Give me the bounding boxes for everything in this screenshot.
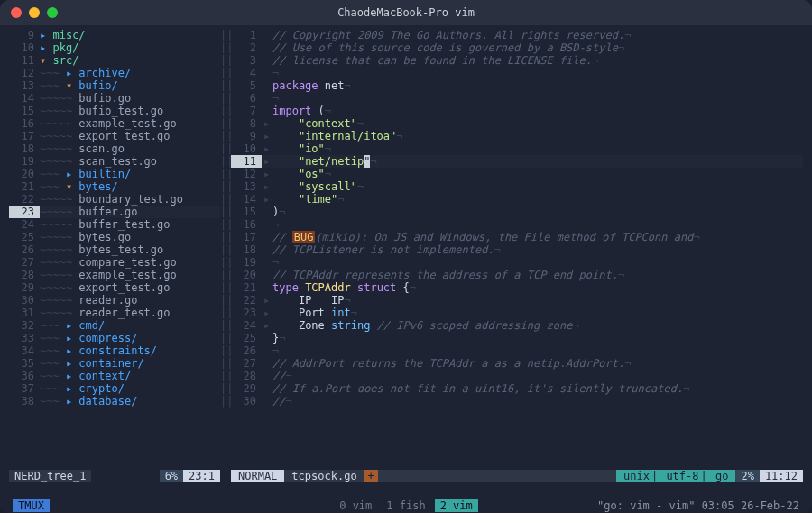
代码文本: Zone string // IPv6 scoped addressing zo… (272, 319, 803, 332)
tree-file[interactable]: 23~~~~~ buffer.go (9, 206, 220, 218)
tree-file[interactable]: 31~~~~~ reader_test.go (9, 307, 220, 319)
tree-dir[interactable]: 34~~~ ▸ constraints/ (9, 344, 220, 357)
行号: 31 (9, 307, 40, 319)
tree-file[interactable]: 15~~~~~ bufio_test.go (9, 105, 220, 117)
代码行[interactable]: 19 ¬ (231, 256, 803, 269)
tree-dir[interactable]: 20~~~ ▸ builtin/ (9, 168, 220, 180)
代码行[interactable]: 21 type TCPAddr struct {¬ (231, 281, 803, 294)
代码行[interactable]: 29 // If a.Port does not fit in a uint16… (231, 382, 803, 395)
tree-file[interactable]: 27~~~~~ compare_test.go (9, 256, 220, 269)
代码行[interactable]: 13▸ "syscall"¬ (231, 180, 803, 193)
行号: 10 (9, 41, 40, 54)
代码文本: // BUG(mikio): On JS and Windows, the Fi… (272, 231, 803, 243)
行号: 23 (9, 206, 40, 218)
行号: 18 (231, 243, 262, 256)
tree-file[interactable]: 18~~~~~ scan.go (9, 142, 220, 155)
代码行[interactable]: 2 // Use of this source code is governed… (231, 41, 803, 54)
tree-dir[interactable]: 13~~~ ▾ bufio/ (9, 79, 220, 92)
窗口: ChaodeMacBook-Pro vim 9▸ misc/10▸ pkg/11… (0, 0, 812, 513)
折叠标记 (262, 92, 272, 105)
代码行[interactable]: 14▸ "time"¬ (231, 193, 803, 206)
tree-dir[interactable]: 36~~~ ▸ context/ (9, 370, 220, 382)
tree-dir[interactable]: 35~~~ ▸ container/ (9, 357, 220, 370)
代码行[interactable]: 10▸ "io"¬ (231, 142, 803, 155)
代码行[interactable]: 9▸ "internal/itoa"¬ (231, 130, 803, 142)
tree-file[interactable]: 19~~~~~ scan_test.go (9, 155, 220, 168)
tree-file[interactable]: 17~~~~~ export_test.go (9, 130, 220, 142)
tmux窗口[interactable]: 2 vim (435, 499, 478, 512)
折叠标记: ▸ (262, 319, 272, 332)
代码文本: )¬ (272, 206, 803, 218)
代码文本: ¬ (272, 67, 803, 79)
代码行[interactable]: 27 // AddrPort returns the TCPAddr a as … (231, 357, 803, 370)
代码行[interactable]: 16 ¬ (231, 218, 803, 231)
tree-dir[interactable]: 9▸ misc/ (9, 29, 220, 41)
代码文本: "time"¬ (272, 193, 803, 206)
代码行[interactable]: 11▸ "net/netip"¬ (231, 155, 803, 168)
行号: 12 (9, 67, 40, 79)
代码行[interactable]: 6 ¬ (231, 92, 803, 105)
tree-dir[interactable]: 10▸ pkg/ (9, 41, 220, 54)
代码行[interactable]: 25 }¬ (231, 332, 803, 344)
tree-file[interactable]: 30~~~~~ reader.go (9, 294, 220, 307)
nerdtree状态百分比: 6% (160, 470, 183, 482)
tree-file[interactable]: 28~~~~~ example_test.go (9, 269, 220, 281)
行号: 24 (9, 218, 40, 231)
tree-file[interactable]: 22~~~~~ boundary_test.go (9, 193, 220, 206)
行号: 27 (9, 256, 40, 269)
行号: 36 (9, 370, 40, 382)
折叠标记 (262, 370, 272, 382)
代码行[interactable]: 1 // Copyright 2009 The Go Authors. All … (231, 29, 803, 41)
代码行[interactable]: 28 //¬ (231, 370, 803, 382)
代码行[interactable]: 15 )¬ (231, 206, 803, 218)
行号: 6 (231, 92, 262, 105)
tree-dir[interactable]: 21~~~ ▾ bytes/ (9, 180, 220, 193)
nerdtree面板[interactable]: 9▸ misc/10▸ pkg/11▾ src/12~~~ ▸ archive/… (9, 29, 220, 470)
代码行[interactable]: 24▸ Zone string // IPv6 scoped addressin… (231, 319, 803, 332)
tree-file[interactable]: 29~~~~~ export_test.go (9, 281, 220, 294)
tree-file[interactable]: 16~~~~~ example_test.go (9, 117, 220, 130)
代码行[interactable]: 4 ¬ (231, 67, 803, 79)
tree-dir[interactable]: 37~~~ ▸ crypto/ (9, 382, 220, 395)
tmux窗口[interactable]: 1 fish (381, 499, 430, 512)
代码行[interactable]: 23▸ Port int¬ (231, 307, 803, 319)
折叠标记 (262, 105, 272, 117)
vim模式: NORMAL (231, 470, 284, 482)
代码行[interactable]: 17 // BUG(mikio): On JS and Windows, the… (231, 231, 803, 243)
代码行[interactable]: 30 //¬ (231, 395, 803, 408)
tree-label: ~~~ ▸ cmd/ (40, 319, 105, 332)
tree-file[interactable]: 26~~~~~ bytes_test.go (9, 243, 220, 256)
折叠标记 (262, 281, 272, 294)
代码文本: }¬ (272, 332, 803, 344)
代码行[interactable]: 3 // license that can be found in the LI… (231, 54, 803, 67)
tree-dir[interactable]: 12~~~ ▸ archive/ (9, 67, 220, 79)
代码文本: // license that can be found in the LICE… (272, 54, 803, 67)
行号: 26 (231, 344, 262, 357)
代码行[interactable]: 12▸ "os"¬ (231, 168, 803, 180)
折叠标记: ▸ (262, 130, 272, 142)
tree-dir[interactable]: 38~~~ ▸ database/ (9, 395, 220, 408)
tree-label: ~~~~~ scan_test.go (40, 155, 157, 168)
代码行[interactable]: 20 // TCPAddr represents the address of … (231, 269, 803, 281)
终端[interactable]: 9▸ misc/10▸ pkg/11▾ src/12~~~ ▸ archive/… (0, 25, 812, 513)
tree-dir[interactable]: 33~~~ ▸ compress/ (9, 332, 220, 344)
代码行[interactable]: 18 // TCPListener is not implemented.¬ (231, 243, 803, 256)
折叠标记 (262, 67, 272, 79)
折叠标记 (262, 269, 272, 281)
代码行[interactable]: 26 ¬ (231, 344, 803, 357)
代码文本: package net¬ (272, 79, 803, 92)
行号: 38 (9, 395, 40, 408)
代码行[interactable]: 7 import (¬ (231, 105, 803, 117)
编辑器面板[interactable]: 1 // Copyright 2009 The Go Authors. All … (231, 29, 803, 470)
tree-file[interactable]: 24~~~~~ buffer_test.go (9, 218, 220, 231)
行号: 25 (9, 231, 40, 243)
代码行[interactable]: 8▸ "context"¬ (231, 117, 803, 130)
tree-dir[interactable]: 32~~~ ▸ cmd/ (9, 319, 220, 332)
代码行[interactable]: 5 package net¬ (231, 79, 803, 92)
tree-file[interactable]: 14~~~~~ bufio.go (9, 92, 220, 105)
tree-dir[interactable]: 11▾ src/ (9, 54, 220, 67)
tmux窗口[interactable]: 0 vim (334, 499, 377, 512)
tree-file[interactable]: 25~~~~~ bytes.go (9, 231, 220, 243)
代码行[interactable]: 22▸ IP IP¬ (231, 294, 803, 307)
命令行区域[interactable] (9, 482, 803, 499)
